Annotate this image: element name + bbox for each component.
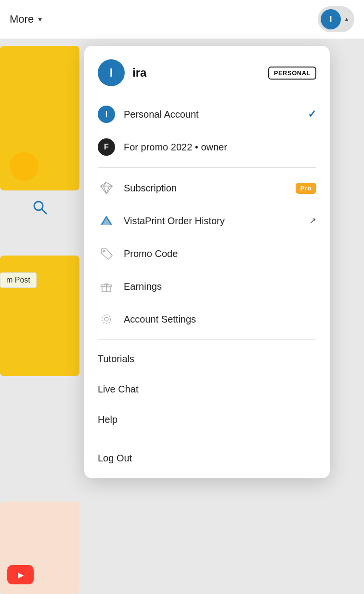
for-promo-icon: F — [98, 138, 115, 156]
external-link-icon: ↗ — [309, 216, 316, 226]
menu-item-promo-code[interactable]: Promo Code — [84, 237, 330, 270]
log-out-label: Log Out — [98, 453, 132, 464]
menu-item-account-settings[interactable]: Account Settings — [84, 303, 330, 336]
account-settings-label: Account Settings — [124, 314, 316, 325]
subscription-icon — [98, 179, 115, 197]
user-name: ira — [132, 66, 260, 80]
menu-item-log-out[interactable]: Log Out — [84, 443, 330, 473]
user-avatar-large: I — [98, 59, 125, 86]
promo-code-icon — [98, 245, 115, 262]
menu-item-vistaprint[interactable]: VistaPrint Order History ↗ — [84, 204, 330, 237]
youtube-icon — [7, 565, 34, 584]
vistaprint-label: VistaPrint Order History — [124, 216, 300, 227]
user-avatar-small: I — [321, 9, 341, 29]
menu-item-personal-account[interactable]: I Personal Account ✓ — [84, 98, 330, 131]
personal-account-check-icon: ✓ — [308, 108, 316, 121]
divider-3 — [98, 439, 316, 439]
svg-point-10 — [104, 317, 108, 321]
more-label: More — [10, 13, 34, 26]
top-bar: More ▼ I ▲ — [0, 0, 364, 39]
personal-account-label: Personal Account — [124, 109, 299, 120]
promo-code-label: Promo Code — [124, 248, 316, 259]
menu-item-for-promo[interactable]: F For promo 2022 • owner — [84, 131, 330, 163]
subscription-label: Subscription — [124, 183, 287, 194]
account-settings-icon — [98, 310, 115, 328]
menu-item-help[interactable]: Help — [84, 405, 330, 435]
menu-item-tutorials[interactable]: Tutorials — [84, 344, 330, 374]
user-caret-icon: ▲ — [344, 16, 350, 23]
for-promo-label: For promo 2022 • owner — [124, 142, 316, 153]
divider-2 — [98, 339, 316, 340]
svg-point-11 — [102, 315, 111, 324]
svg-line-1 — [42, 209, 46, 214]
earnings-icon — [98, 278, 115, 295]
menu-item-earnings[interactable]: Earnings — [84, 270, 330, 303]
earnings-label: Earnings — [124, 281, 316, 292]
menu-item-subscription[interactable]: Subscription Pro — [84, 172, 330, 204]
search-icon — [28, 195, 52, 219]
dropdown-header: I ira PERSONAL — [84, 59, 330, 98]
m-post-label: m Post — [0, 272, 37, 288]
search-area — [0, 190, 79, 224]
menu-item-live-chat[interactable]: Live Chat — [84, 374, 330, 405]
svg-point-6 — [103, 250, 105, 252]
user-menu-button[interactable]: I ▲ — [318, 6, 354, 32]
svg-marker-2 — [101, 182, 112, 194]
vistaprint-icon — [98, 212, 115, 230]
divider-1 — [98, 167, 316, 168]
personal-badge: PERSONAL — [268, 67, 316, 80]
more-chevron-icon: ▼ — [37, 15, 43, 23]
personal-account-icon: I — [98, 106, 115, 123]
dropdown-menu: I ira PERSONAL I Personal Account ✓ F Fo… — [84, 46, 330, 478]
more-button[interactable]: More ▼ — [10, 13, 43, 26]
pink-card — [0, 501, 79, 594]
tutorials-label: Tutorials — [98, 353, 134, 364]
yellow-card-top — [0, 46, 79, 190]
pro-badge: Pro — [296, 183, 316, 194]
live-chat-label: Live Chat — [98, 384, 139, 395]
help-label: Help — [98, 414, 117, 425]
